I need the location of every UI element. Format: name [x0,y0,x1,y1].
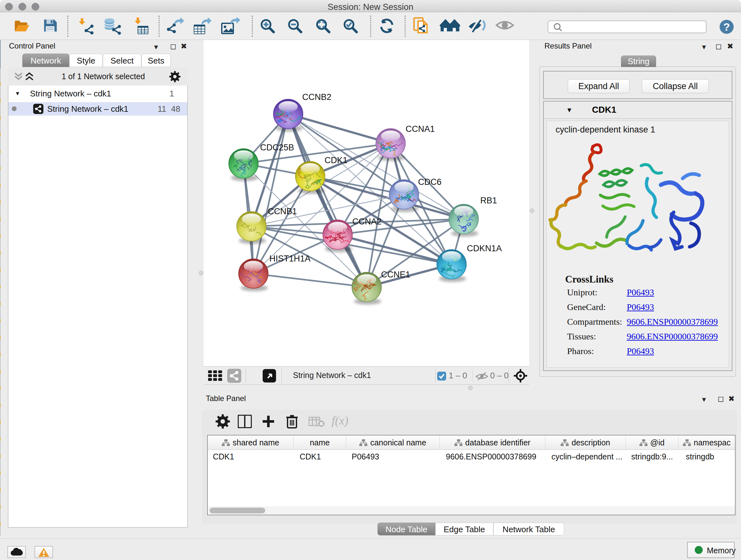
svg-text:HIST1H1A: HIST1H1A [269,254,311,263]
svg-text:CCNE1: CCNE1 [381,270,410,279]
svg-text:CDC25B: CDC25B [260,143,294,152]
svg-text:RB1: RB1 [480,196,497,205]
svg-text:CCNA1: CCNA1 [406,124,435,134]
svg-text:CCNB2: CCNB2 [302,92,332,102]
svg-text:CDK1: CDK1 [325,155,347,165]
svg-text:CCNB1: CCNB1 [268,206,297,216]
svg-text:CDC6: CDC6 [418,177,442,187]
svg-text:CCNA2: CCNA2 [352,217,382,226]
svg-text:CDKN1A: CDKN1A [467,244,502,253]
